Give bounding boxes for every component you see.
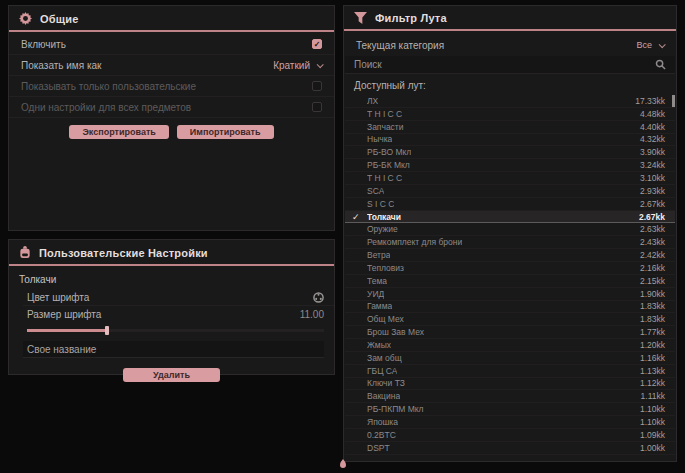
slider-handle[interactable]	[105, 326, 109, 335]
loot-item-value: 2.43kk	[640, 237, 665, 247]
loot-item-name: РБ-ВО Мкл	[367, 147, 411, 157]
font-size-value: 11.00	[300, 309, 324, 320]
loot-item-row[interactable]: РБ-БК Мкл3.24kk	[345, 159, 675, 172]
loot-item-value: 2.93kk	[640, 186, 665, 196]
loot-item-name: РБ-БК Мкл	[367, 160, 410, 170]
custom-name-input[interactable]	[23, 341, 324, 358]
loot-item-row[interactable]: РБ-ПКПМ Мкл1.10kk	[345, 403, 675, 416]
loot-item-name: 0.2BTC	[367, 430, 396, 440]
loot-filter-header: Фильтр Лута	[344, 6, 676, 29]
loot-item-value: 1.16kk	[640, 353, 665, 363]
chevron-down-icon	[659, 41, 666, 48]
loot-item-row[interactable]: DSPT1.00kk	[345, 442, 675, 455]
loot-item-row[interactable]: Запчасти4.40kk	[345, 121, 675, 134]
general-panel-title: Общие	[40, 13, 79, 25]
checkbox[interactable]	[312, 102, 322, 112]
settings-row: Одни настройки для всех предметов	[9, 97, 334, 118]
loot-item-row[interactable]: Гамма1.83kk	[345, 301, 675, 314]
selected-item-label: Толкачи	[9, 271, 334, 289]
chevron-down-icon	[317, 61, 324, 68]
loot-item-row[interactable]: 0.2BTC1.09kk	[345, 429, 675, 442]
loot-item-value: 2.16kk	[640, 263, 665, 273]
loot-item-name: T H I C C	[367, 109, 402, 119]
loot-filter-underline	[344, 29, 676, 31]
bottom-center-icon	[339, 459, 347, 469]
user-settings-title: Пользовательские Настройки	[39, 247, 208, 259]
settings-row: Показывать только пользовательские	[9, 76, 334, 97]
delete-button[interactable]: Удалить	[123, 368, 220, 382]
loot-item-row[interactable]: Жмых1.20kk	[345, 339, 675, 352]
check-icon: ✓	[352, 212, 360, 222]
loot-item-value: 1.12kk	[640, 378, 665, 388]
loot-item-value: 1.83kk	[640, 314, 665, 324]
category-row: Текущая категория Все	[344, 34, 676, 56]
loot-item-row[interactable]: Общ Мех1.83kk	[345, 313, 675, 326]
loot-item-row[interactable]: Нычка4.32kk	[345, 134, 675, 147]
loot-item-name: Ремкомплект для брони	[367, 237, 462, 247]
search-input[interactable]	[354, 59, 614, 70]
search-bar[interactable]	[345, 56, 675, 74]
loot-item-row[interactable]: ГБЦ СА1.13kk	[345, 365, 675, 378]
search-icon[interactable]	[655, 59, 666, 70]
loot-item-row[interactable]: РБ-ВО Мкл3.90kk	[345, 146, 675, 159]
loot-item-value: 4.32kk	[640, 134, 665, 144]
slider-fill	[27, 329, 107, 332]
available-loot-label: Доступный лут:	[344, 74, 676, 95]
font-size-slider[interactable]	[27, 326, 324, 335]
loot-item-name: РБ-ПКПМ Мкл	[367, 404, 424, 414]
loot-item-row[interactable]: Ключи ТЗ1.12kk	[345, 378, 675, 391]
loot-item-value: 1.10kk	[640, 404, 665, 414]
loot-item-row[interactable]: Тепловиз2.16kk	[345, 262, 675, 275]
loot-item-row[interactable]: Вакцина1.11kk	[345, 390, 675, 403]
loot-item-row[interactable]: S I C C2.67kk	[345, 198, 675, 211]
loot-item-row[interactable]: Ремкомплект для брони2.43kk	[345, 236, 675, 249]
font-color-label: Цвет шрифта	[27, 292, 89, 303]
loot-item-name: S I C C	[367, 199, 394, 209]
name-format-select[interactable]: Краткий	[273, 60, 322, 71]
category-select[interactable]: Все	[636, 40, 664, 50]
setting-label: Показать имя как	[21, 60, 101, 71]
loot-item-value: 3.90kk	[640, 147, 665, 157]
loot-item-value: 2.15kk	[640, 276, 665, 286]
loot-item-name: Нычка	[367, 134, 392, 144]
general-panel: Общие Включить✓Показать имя какКраткийПо…	[8, 5, 335, 231]
loot-item-value: 2.63kk	[640, 224, 665, 234]
checkbox[interactable]	[312, 81, 322, 91]
loot-item-row[interactable]: УИД1.90kk	[345, 288, 675, 301]
loot-item-name: Зам общ	[367, 353, 402, 363]
backpack-icon	[19, 246, 31, 259]
loot-item-row[interactable]: ЛХ17.33kk	[345, 95, 675, 108]
loot-item-name: Тепловиз	[367, 263, 404, 273]
loot-item-row[interactable]: Брош Зав Мех1.77kk	[345, 326, 675, 339]
user-settings-panel: Пользовательские Настройки Толкачи Цвет …	[8, 239, 335, 375]
loot-item-name: Оружие	[367, 224, 398, 234]
select-value: Краткий	[273, 60, 310, 71]
setting-label: Включить	[21, 39, 66, 50]
loot-item-name: Общ Мех	[367, 314, 404, 324]
loot-item-row[interactable]: Япошка1.10kk	[345, 416, 675, 429]
import-button[interactable]: Импортировать	[177, 125, 274, 139]
loot-item-row[interactable]: ✓Толкачи2.67kk	[345, 211, 675, 224]
export-button[interactable]: Экспортировать	[69, 125, 168, 139]
loot-item-row[interactable]: SCA2.93kk	[345, 185, 675, 198]
loot-item-name: Ключи ТЗ	[367, 378, 405, 388]
loot-item-row[interactable]: Зам общ1.16kk	[345, 352, 675, 365]
loot-item-value: 1.11kk	[641, 391, 665, 401]
loot-item-name: Жмых	[367, 340, 391, 350]
loot-item-value: 4.48kk	[640, 109, 665, 119]
checkbox[interactable]: ✓	[312, 39, 322, 49]
setting-label: Одни настройки для всех предметов	[21, 102, 191, 113]
loot-item-value: 2.67kk	[639, 212, 665, 222]
category-value: Все	[636, 40, 652, 50]
loot-item-row[interactable]: Тема2.15kk	[345, 275, 675, 288]
loot-item-row[interactable]: Ветра2.42kk	[345, 249, 675, 262]
loot-item-value: 1.09kk	[640, 430, 665, 440]
loot-filter-panel: Фильтр Лута Текущая категория Все Доступ…	[343, 5, 677, 462]
loot-item-row[interactable]: T H I C C4.48kk	[345, 108, 675, 121]
color-wheel-icon[interactable]	[313, 292, 324, 303]
loot-item-row[interactable]: Оружие2.63kk	[345, 223, 675, 236]
font-color-row[interactable]: Цвет шрифта	[23, 289, 334, 306]
loot-item-value: 2.67kk	[640, 199, 665, 209]
general-rows: Включить✓Показать имя какКраткийПоказыва…	[9, 32, 334, 118]
loot-item-row[interactable]: T H I C C3.10kk	[345, 172, 675, 185]
